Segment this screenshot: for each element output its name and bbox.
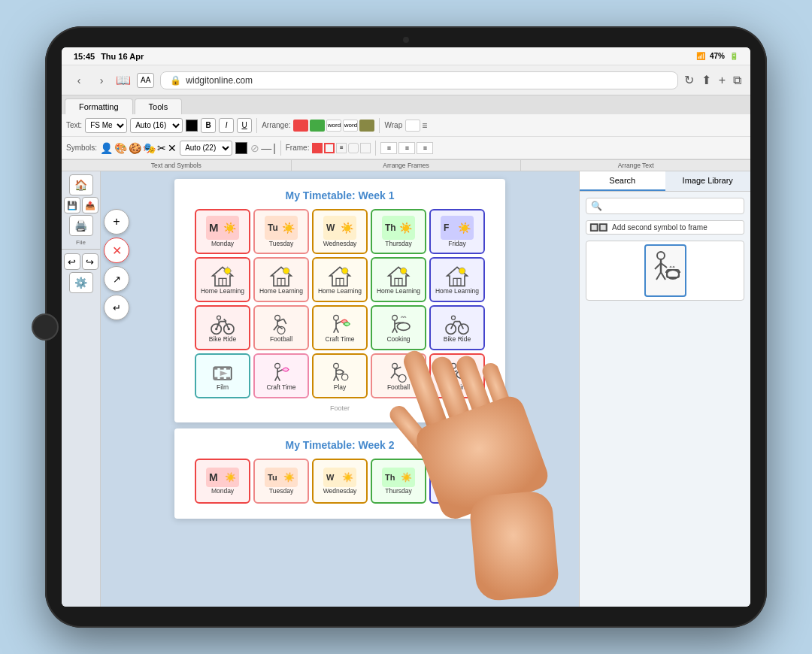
add-float-btn[interactable]: + [104, 209, 129, 235]
cell-bikeride-mon[interactable]: Bike Ride [195, 305, 250, 350]
p2-day-fri[interactable]: F ☀️ Friday [429, 459, 485, 504]
export-float-btn[interactable]: ↗ [104, 266, 129, 292]
wrap-label: Wrap [384, 121, 402, 129]
svg-point-71 [392, 363, 398, 368]
day-thursday[interactable]: Th ☀️ Thursday [371, 209, 426, 254]
text-align-center[interactable]: ≡ [398, 142, 415, 154]
p2-day-wed[interactable]: W ☀️ Wednesday [312, 459, 368, 504]
p2-day-thu[interactable]: Th ☀️ Thursday [371, 459, 426, 504]
frame-round[interactable] [348, 143, 359, 153]
cell-hl-fri[interactable]: Home Learning [429, 257, 485, 302]
forward-button[interactable]: › [93, 72, 110, 89]
bookmarks-icon[interactable]: 📖 [116, 73, 131, 87]
symbol-color-swatch[interactable] [235, 142, 247, 154]
aa-button[interactable]: AA [137, 73, 154, 88]
football-tue-label: Football [270, 336, 292, 343]
cell-hl-thu[interactable]: Home Learning [371, 257, 426, 302]
frame-border[interactable] [324, 143, 335, 153]
search-tab[interactable]: Search [580, 171, 665, 191]
app-body: 🏠 💾 📤 🖨️ File ↩ ↪ ⚙️ My [62, 171, 750, 607]
symbol-pipe: | [273, 142, 276, 154]
home-button[interactable] [32, 313, 59, 341]
hl-thu-label: Home Learning [377, 288, 420, 295]
home-tool-btn[interactable]: 🏠 [69, 174, 93, 195]
print-btn[interactable]: 🖨️ [69, 215, 93, 236]
arrange-btn-5[interactable] [359, 120, 374, 132]
text-color[interactable] [186, 120, 198, 132]
p2-day-mon[interactable]: M ☀️ Monday [195, 459, 250, 504]
font-select[interactable]: FS Me [85, 118, 127, 133]
symbol-size-select[interactable]: Auto (22) [180, 141, 232, 156]
cell-play-wed[interactable]: Play [312, 353, 368, 398]
hl-mon-label: Home Learning [201, 288, 244, 295]
tabs-icon[interactable]: ⧉ [733, 74, 741, 87]
add-symbol-btn[interactable]: 🔲🔲 Add second symbol to frame [586, 220, 744, 235]
underline-button[interactable]: U [237, 118, 252, 133]
search-input[interactable] [605, 201, 739, 210]
frame-square[interactable] [360, 143, 371, 153]
url-bar[interactable]: 🔒 widgitonline.com [160, 71, 677, 89]
redo-btn[interactable]: ↪ [82, 253, 98, 270]
arrange-btn-2[interactable] [310, 120, 325, 132]
arrange-btn-3[interactable]: word [326, 120, 341, 132]
cooking-icon-thu [386, 313, 411, 335]
p2-day-tue[interactable]: Tu ☀️ Tuesday [253, 459, 309, 504]
cell-film-mon[interactable]: Film [195, 353, 250, 398]
symbol-dash: — [261, 142, 271, 154]
cell-hl-tue[interactable]: Home Learning [253, 257, 309, 302]
cell-hl-mon[interactable]: Home Learning [195, 257, 250, 302]
svg-rect-58 [220, 377, 224, 379]
cell-football-tue[interactable]: Football [253, 305, 309, 350]
day-monday[interactable]: M ☀️ Monday [195, 209, 250, 254]
crafttime-wed-label: Craft Time [325, 336, 354, 343]
return-float-btn[interactable]: ↵ [104, 295, 129, 320]
bold-button[interactable]: B [201, 118, 216, 133]
frame-align1[interactable]: ≡ [336, 143, 347, 153]
day-wednesday[interactable]: W ☀️ Wednesday [312, 209, 368, 254]
hl-fri-label: Home Learning [435, 288, 479, 295]
cell-cooking-fri[interactable]: Cooking [429, 353, 485, 398]
save-btn[interactable]: 💾 [64, 197, 80, 213]
svg-line-47 [395, 328, 397, 333]
home-learning-icon-thu [386, 265, 411, 287]
cell-crafttime-wed[interactable]: Craft Time [312, 305, 368, 350]
day-tuesday[interactable]: Tu ☀️ Tuesday [253, 209, 309, 254]
add-tab-icon[interactable]: + [719, 74, 726, 87]
delete-float-btn[interactable]: ✕ [104, 238, 129, 263]
tab-formatting[interactable]: Formatting [65, 98, 133, 114]
arrange-btn-1[interactable] [293, 120, 308, 132]
day-friday[interactable]: F ☀️ Friday [429, 209, 485, 254]
cell-crafttime-tue[interactable]: Craft Time [253, 353, 309, 398]
export-btn[interactable]: 📤 [82, 197, 98, 213]
football-icon-tue [268, 313, 294, 335]
wrap-btn-1[interactable] [405, 120, 420, 132]
svg-point-52 [452, 316, 456, 319]
frame-color[interactable] [312, 143, 323, 153]
cell-football-thu[interactable]: Football [371, 353, 426, 398]
cell-hl-wed[interactable]: Home Learning [312, 257, 368, 302]
home-learning-icon-tue [268, 265, 294, 287]
refresh-icon[interactable]: ↻ [684, 73, 694, 87]
settings-btn[interactable]: ⚙️ [69, 272, 93, 293]
arrange-label: Arrange: [262, 121, 290, 129]
canvas-area[interactable]: My Timetable: Week 1 M ☀️ Monday [101, 171, 579, 607]
home-learning-row: Home Learning Home Learning [185, 257, 495, 302]
text-align-left[interactable]: ≡ [380, 142, 397, 154]
svg-point-43 [392, 315, 398, 320]
symbol-palette: 🎭 [143, 142, 156, 154]
italic-button[interactable]: I [219, 118, 234, 133]
cell-bikeride-fri[interactable]: Bike Ride [429, 305, 485, 350]
arrange-btn-4[interactable]: word [343, 120, 358, 132]
undo-btn[interactable]: ↩ [64, 253, 80, 270]
wrap-btn-2[interactable]: ≡ [422, 120, 434, 132]
tab-tools[interactable]: Tools [135, 98, 183, 114]
text-align-right[interactable]: ≡ [417, 142, 433, 154]
cell-cooking-thu[interactable]: Cooking [371, 305, 426, 350]
lock-icon: 🔒 [170, 75, 181, 86]
fontsize-select[interactable]: Auto (16) [130, 118, 183, 133]
symbol-preview-person[interactable] [644, 244, 686, 297]
back-button[interactable]: ‹ [71, 72, 87, 89]
share-icon[interactable]: ⬆ [701, 73, 711, 87]
image-lib-tab[interactable]: Image Library [665, 171, 751, 191]
monday-label: Monday [211, 241, 234, 247]
